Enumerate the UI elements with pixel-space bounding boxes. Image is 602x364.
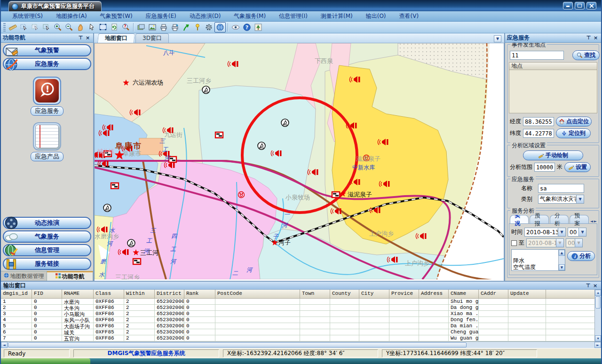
placemark-icon[interactable] xyxy=(192,22,203,32)
analysis-range-input[interactable] xyxy=(534,163,555,172)
menu-item-10[interactable]: 查看(V) xyxy=(393,11,426,21)
table-row[interactable]: 70五官沟0XFF8626523020000Wu guan gou xyxy=(1,335,601,341)
select-edit-icon[interactable] xyxy=(18,22,30,32)
minimize-button[interactable] xyxy=(563,2,573,9)
column-header-City[interactable]: City xyxy=(359,290,389,298)
zoom-out-icon[interactable] xyxy=(63,22,75,32)
tab-功能导航[interactable]: 功能导航 xyxy=(47,271,93,281)
column-header-Address[interactable]: Address xyxy=(419,290,449,298)
menu-item-8[interactable]: 测量计算(M) xyxy=(314,11,359,21)
scroll-up-icon[interactable]: ▲ xyxy=(559,250,565,256)
pin-icon[interactable]: ⊤ xyxy=(585,282,592,289)
nav-group-气象服务[interactable]: 气象服务 xyxy=(3,230,91,243)
place-column-header[interactable]: 地点 xyxy=(509,62,597,70)
element-list[interactable]: 降水空气温度 ▲▼ xyxy=(511,249,565,271)
chevron-down-icon[interactable]: ▼ xyxy=(494,35,501,42)
column-header-dmgis_id[interactable]: dmgis_id xyxy=(1,290,32,298)
menu-item-3[interactable]: 气象预警(W) xyxy=(94,11,139,21)
service-name-input[interactable] xyxy=(538,184,584,193)
nav-item-应急产品[interactable]: 应急产品 xyxy=(25,122,69,161)
scroll-up-icon[interactable]: ▲ xyxy=(595,290,601,296)
pointer-icon[interactable] xyxy=(86,22,97,32)
restore-button[interactable] xyxy=(575,2,585,9)
tab-scroll-right-icon[interactable]: ► xyxy=(594,219,597,223)
nav-item-应急服务[interactable]: !应急服务 xyxy=(25,77,69,116)
measure-icon[interactable] xyxy=(7,22,18,32)
column-header-FID[interactable]: FID xyxy=(32,290,62,298)
select-partial-icon[interactable] xyxy=(30,22,41,32)
scroll-down-icon[interactable]: ▼ xyxy=(559,264,565,270)
nav-group-应急服务[interactable]: 应急服务 xyxy=(3,58,91,70)
menu-item-5[interactable]: 动态推演(D) xyxy=(183,11,228,21)
table-row[interactable]: 10水磨沟0XFF8626523020000Shui mo gou xyxy=(1,299,601,305)
pan-icon[interactable] xyxy=(75,22,86,32)
date-select[interactable]: 2010-08-13▼ xyxy=(524,228,566,237)
list-item[interactable]: 空气温度 xyxy=(512,264,565,270)
scrollbar-thumb[interactable] xyxy=(8,342,467,348)
service-type-select[interactable]: 气象和洪水灾害 ▼ xyxy=(538,195,584,204)
table-row[interactable]: 20大冬沟0XFF8626523020000Da dong gou xyxy=(1,305,601,311)
hour-select[interactable]: 00▼ xyxy=(568,228,586,237)
table-row[interactable]: 60城关0XFF8526523020000Cheng guan xyxy=(1,329,601,335)
print-color-icon[interactable] xyxy=(169,22,181,32)
select-move-icon[interactable] xyxy=(41,22,52,32)
close-button[interactable] xyxy=(586,2,596,9)
nav-group-动态推演[interactable]: 动态推演 xyxy=(3,217,91,229)
eye-icon[interactable] xyxy=(230,22,241,32)
menu-item-7[interactable]: 信息管理(I) xyxy=(272,11,314,21)
column-header-RNAME[interactable]: RNAME xyxy=(62,290,94,298)
column-header-Provice[interactable]: Provice xyxy=(389,290,419,298)
menu-item-2[interactable]: 地图操作(A) xyxy=(49,11,94,21)
layers-icon[interactable] xyxy=(135,22,147,32)
pin-icon[interactable]: ⊤ xyxy=(77,35,84,41)
column-header-Town[interactable]: Town xyxy=(300,290,330,298)
find-button[interactable]: 查找 xyxy=(572,50,600,60)
tab-预案[interactable]: 预案 xyxy=(570,215,588,223)
goto-arrow-icon[interactable] xyxy=(181,22,192,32)
scroll-down-icon[interactable]: ▼ xyxy=(595,335,601,341)
tab-地图数据管理[interactable]: 地图数据管理 xyxy=(1,271,47,281)
zoom-in-icon[interactable] xyxy=(52,22,63,32)
column-header-CAddr[interactable]: CAddr xyxy=(479,290,508,298)
scrollbar-thumb[interactable] xyxy=(595,296,601,309)
analyze-button[interactable]: i 分析 xyxy=(567,251,595,261)
image-export-icon[interactable] xyxy=(147,22,158,32)
column-header-PostCode[interactable]: PostCode xyxy=(215,290,300,298)
close-icon[interactable]: × xyxy=(592,35,599,41)
menu-item-9[interactable]: 输出(O) xyxy=(359,11,393,21)
column-header-Within[interactable]: Within xyxy=(124,290,155,298)
manual-draw-button[interactable]: 手动绘制 xyxy=(523,150,583,160)
place-list[interactable] xyxy=(509,70,597,113)
tab-预报[interactable]: 预报 xyxy=(530,215,548,223)
column-header-Class[interactable]: Class xyxy=(94,290,124,298)
latitude-input[interactable] xyxy=(523,129,554,138)
locate-to-button[interactable]: 定位到 xyxy=(556,128,591,138)
menu-item-1[interactable]: 系统管理(S) xyxy=(6,11,49,21)
nav-group-信息管理[interactable]: 信息管理 xyxy=(3,244,91,256)
horizontal-scrollbar[interactable]: ◄ ► xyxy=(1,341,601,348)
globe-3d-icon[interactable] xyxy=(214,22,226,32)
table-row[interactable]: 40东风一小队0XFF8626523020000Dong fen... xyxy=(1,317,601,323)
vertical-scrollbar[interactable]: ▲ ▼ xyxy=(594,290,601,341)
identify-icon[interactable]: ? xyxy=(120,22,131,32)
close-icon[interactable]: × xyxy=(84,35,91,41)
map-canvas[interactable]: 六运湖农场三工河乡下西泉九运街阜康市阜康市城关镇滋泥泉子中新水库小泉牧场滋泥泉子… xyxy=(94,43,504,281)
scroll-right-icon[interactable]: ► xyxy=(594,342,601,348)
print-icon[interactable] xyxy=(158,22,169,32)
menu-item-4[interactable]: 应急服务(E) xyxy=(139,11,183,21)
menu-item-6[interactable]: 气象服务(M) xyxy=(227,11,272,21)
close-icon[interactable]: × xyxy=(592,282,599,289)
column-header-District[interactable]: District xyxy=(155,290,184,298)
table-row[interactable]: 30小马厩沟0XFF8626523020000Xiao ma ... xyxy=(1,311,601,317)
to-hour-select[interactable]: 00▼ xyxy=(566,238,583,247)
click-locate-button[interactable]: 点击定位 xyxy=(556,117,592,127)
list-item[interactable]: 降水 xyxy=(512,257,565,264)
column-header-Update[interactable]: Update xyxy=(508,290,546,298)
to-checkbox[interactable] xyxy=(511,240,517,246)
tab-分析[interactable]: 分析 xyxy=(550,215,569,223)
tab-3D窗口[interactable]: 3D窗口 xyxy=(135,33,169,43)
column-header-Rank[interactable]: Rank xyxy=(184,290,215,298)
nav-group-气象预警[interactable]: 气象预警 xyxy=(3,44,91,56)
settings-icon[interactable] xyxy=(203,22,214,32)
tab-实况[interactable]: 实况 xyxy=(510,215,529,223)
